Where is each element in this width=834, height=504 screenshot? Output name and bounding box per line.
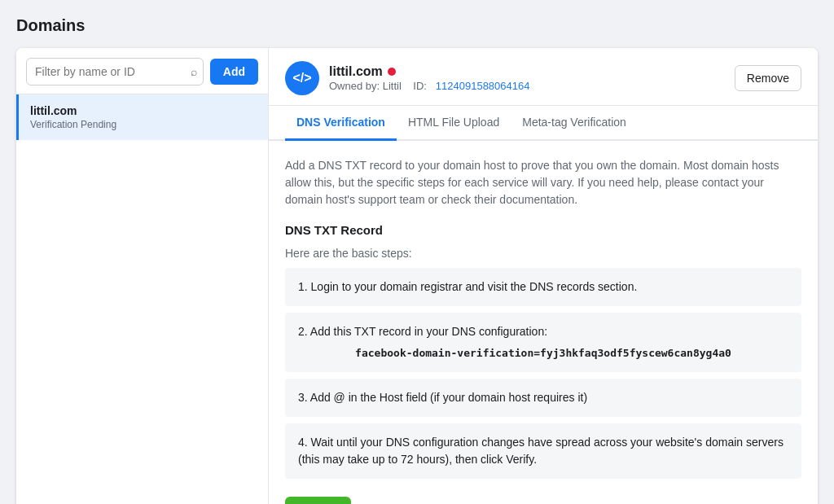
domain-info: littil.com Owned by: Littil ID: 11240915… bbox=[329, 64, 529, 92]
tab-dns-verification[interactable]: DNS Verification bbox=[285, 106, 397, 141]
content-panel: </> littil.com Owned by: Littil ID: 1124… bbox=[269, 48, 818, 504]
sidebar: ⌕ Add littil.com Verification Pending bbox=[16, 48, 269, 504]
domain-title: littil.com bbox=[329, 64, 383, 79]
domain-meta: Owned by: Littil ID: 1124091588064164 bbox=[329, 80, 529, 92]
step-2: 2. Add this TXT record in your DNS confi… bbox=[285, 313, 801, 372]
step-1: 1. Login to your domain registrar and vi… bbox=[285, 268, 801, 306]
step-4: 4. Wait until your DNS configuration cha… bbox=[285, 423, 801, 479]
domain-list-status: Verification Pending bbox=[30, 119, 257, 130]
remove-domain-button[interactable]: Remove bbox=[735, 65, 801, 91]
domain-list-name: littil.com bbox=[30, 104, 257, 117]
tabs-bar: DNS Verification HTML File Upload Meta-t… bbox=[269, 106, 818, 141]
steps-intro: Here are the basic steps: bbox=[285, 247, 801, 260]
verify-button[interactable]: Verify bbox=[285, 497, 351, 505]
search-input[interactable] bbox=[26, 58, 204, 85]
step-3-text: 3. Add @ in the Host field (if your doma… bbox=[298, 391, 587, 404]
domain-owned-label: Owned by: Littil bbox=[329, 80, 402, 92]
domain-title-row: littil.com bbox=[329, 64, 529, 79]
step-4-text: 4. Wait until your DNS configuration cha… bbox=[298, 436, 784, 466]
search-icon: ⌕ bbox=[191, 65, 197, 78]
search-input-wrapper: ⌕ bbox=[26, 58, 204, 85]
main-layout: ⌕ Add littil.com Verification Pending </… bbox=[16, 48, 818, 504]
search-bar: ⌕ Add bbox=[16, 48, 268, 94]
status-dot-red bbox=[388, 68, 396, 76]
domain-header-left: </> littil.com Owned by: Littil ID: 1124… bbox=[285, 61, 529, 95]
step-3: 3. Add @ in the Host field (if your doma… bbox=[285, 379, 801, 417]
tab-content-dns: Add a DNS TXT record to your domain host… bbox=[269, 141, 818, 504]
domain-header: </> littil.com Owned by: Littil ID: 1124… bbox=[269, 48, 818, 106]
step-2-code: facebook-domain-verification=fyj3hkfaq3o… bbox=[298, 345, 788, 362]
domain-id-value[interactable]: 1124091588064164 bbox=[436, 80, 530, 92]
description-text: Add a DNS TXT record to your domain host… bbox=[285, 157, 801, 208]
tab-meta-tag-verification[interactable]: Meta-tag Verification bbox=[511, 106, 638, 141]
step-1-text: 1. Login to your domain registrar and vi… bbox=[298, 280, 637, 293]
domain-id-label: ID: bbox=[413, 80, 427, 92]
tab-html-file-upload[interactable]: HTML File Upload bbox=[397, 106, 511, 141]
domain-list-item[interactable]: littil.com Verification Pending bbox=[16, 94, 268, 140]
page-title: Domains bbox=[16, 16, 818, 35]
step-2-text: 2. Add this TXT record in your DNS confi… bbox=[298, 325, 547, 338]
add-domain-button[interactable]: Add bbox=[210, 59, 258, 85]
domain-code-icon: </> bbox=[285, 61, 319, 95]
dns-record-title: DNS TXT Record bbox=[285, 223, 801, 237]
